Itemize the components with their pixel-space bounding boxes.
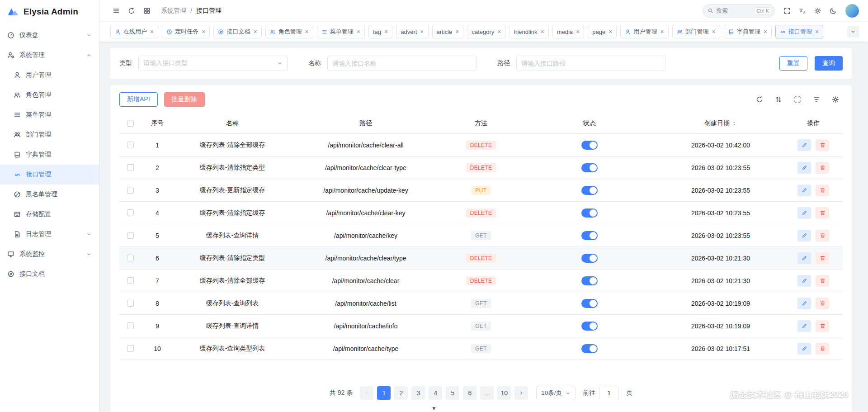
avatar[interactable] (845, 4, 859, 18)
edit-button[interactable] (797, 230, 811, 242)
sidebar-item[interactable]: 接口文档 (0, 264, 99, 284)
prev-page-button[interactable] (360, 386, 373, 400)
tab-item[interactable]: category× (467, 25, 505, 38)
breadcrumb-item[interactable]: 系统管理 (161, 7, 186, 15)
row-checkbox[interactable] (127, 345, 134, 352)
status-toggle[interactable] (581, 141, 598, 150)
close-icon[interactable]: × (305, 28, 309, 35)
tab-item[interactable]: 字典管理× (724, 25, 772, 38)
table-row[interactable]: 6缓存列表-清除指定类型/api/monitor/cache/clear/typ… (119, 247, 843, 270)
apps-button[interactable] (140, 4, 154, 18)
sidebar-item[interactable]: 黑名单管理 (0, 185, 99, 204)
add-api-button[interactable]: 新增API (119, 92, 158, 107)
page-button[interactable]: 6 (463, 386, 476, 400)
table-row[interactable]: 2缓存列表-清除指定类型/api/monitor/cache/clear-typ… (119, 156, 843, 179)
tab-item[interactable]: 菜单管理× (317, 25, 365, 38)
path-input[interactable] (516, 56, 665, 71)
delete-button[interactable] (816, 139, 829, 151)
global-search[interactable]: 搜索 Ctrl K (703, 4, 775, 18)
table-row[interactable]: 5缓存列表-查询详情/api/monitor/cache/keyGET2026-… (119, 224, 843, 247)
column-header[interactable]: 路径 (291, 119, 440, 128)
tab-item[interactable]: 接口文档× (213, 25, 261, 38)
sort-button[interactable] (775, 96, 782, 103)
goto-page-input[interactable] (599, 386, 619, 400)
page-button[interactable]: 5 (446, 386, 459, 400)
close-icon[interactable]: × (712, 28, 716, 35)
page-button[interactable]: 10 (497, 386, 511, 400)
edit-button[interactable] (797, 207, 811, 219)
menu-button[interactable] (109, 4, 123, 18)
more-pages-button[interactable]: … (480, 386, 494, 400)
sidebar-item[interactable]: 菜单管理 (0, 105, 99, 125)
delete-button[interactable] (816, 207, 829, 219)
page-button[interactable]: 1 (377, 386, 391, 400)
table-row[interactable]: 4缓存列表-清除指定缓存/api/monitor/cache/clear-key… (119, 202, 843, 224)
close-icon[interactable]: × (357, 28, 360, 35)
status-toggle[interactable] (581, 344, 598, 353)
status-toggle[interactable] (581, 254, 598, 263)
tab-item[interactable]: 角色管理× (265, 25, 313, 38)
row-checkbox[interactable] (127, 232, 134, 239)
tab-item[interactable]: advert× (396, 25, 428, 38)
column-header[interactable]: 创建日期 (657, 119, 784, 128)
table-row[interactable]: 3缓存列表-更新指定缓存/api/monitor/cache/update-ke… (119, 179, 843, 202)
tab-item[interactable]: media× (552, 25, 585, 38)
row-checkbox[interactable] (127, 164, 134, 171)
close-icon[interactable]: × (609, 28, 612, 35)
select-all-checkbox[interactable] (127, 120, 134, 127)
type-select[interactable]: 请输入接口类型 (138, 56, 288, 71)
close-icon[interactable]: × (576, 28, 580, 35)
close-icon[interactable]: × (541, 28, 544, 35)
refresh-button[interactable] (125, 4, 138, 18)
delete-button[interactable] (816, 275, 829, 287)
close-icon[interactable]: × (455, 28, 459, 35)
column-header[interactable]: 状态 (522, 119, 657, 128)
row-checkbox[interactable] (127, 277, 134, 284)
delete-button[interactable] (816, 252, 829, 264)
reset-button[interactable]: 重置 (779, 56, 807, 71)
fullscreen-button[interactable] (794, 96, 801, 103)
edit-button[interactable] (797, 252, 811, 264)
tab-item[interactable]: 部门管理× (672, 25, 720, 38)
delete-button[interactable] (816, 185, 829, 196)
page-button[interactable]: 2 (394, 386, 408, 400)
close-icon[interactable]: × (384, 28, 388, 35)
edit-button[interactable] (797, 162, 811, 174)
close-icon[interactable]: × (660, 28, 664, 35)
row-checkbox[interactable] (127, 187, 134, 194)
tabs-overflow-button[interactable] (847, 26, 859, 38)
status-toggle[interactable] (581, 208, 598, 218)
delete-button[interactable] (816, 298, 829, 309)
close-icon[interactable]: × (150, 28, 154, 35)
batch-delete-button[interactable]: 批量删除 (164, 92, 205, 107)
close-icon[interactable]: × (815, 28, 819, 35)
close-icon[interactable]: × (764, 28, 767, 35)
table-row[interactable]: 10缓存列表-查询类型列表/api/monitor/cache/typeGET2… (119, 337, 843, 360)
sidebar-item[interactable]: 字典管理 (0, 145, 99, 165)
sidebar-item[interactable]: 部门管理 (0, 125, 99, 145)
sort-icon[interactable] (731, 121, 737, 126)
status-toggle[interactable] (581, 231, 598, 240)
sidebar-item[interactable]: 系统管理 (0, 45, 99, 65)
name-input[interactable] (327, 56, 476, 71)
translate-button[interactable]: 文A (796, 4, 809, 18)
query-button[interactable]: 查询 (815, 56, 843, 71)
close-icon[interactable]: × (253, 28, 257, 35)
sidebar-item[interactable]: 角色管理 (0, 85, 99, 105)
column-header[interactable]: 方法 (440, 119, 522, 128)
status-toggle[interactable] (581, 322, 598, 331)
delete-button[interactable] (816, 343, 829, 355)
tab-item[interactable]: friendlink× (509, 25, 548, 38)
tab-item[interactable]: tag× (368, 25, 392, 38)
edit-button[interactable] (797, 139, 811, 151)
settings-button[interactable] (811, 4, 825, 18)
fullscreen-button[interactable] (780, 4, 794, 18)
row-checkbox[interactable] (127, 209, 134, 216)
refresh-button[interactable] (756, 96, 763, 103)
status-toggle[interactable] (581, 186, 598, 195)
table-row[interactable]: 1缓存列表-清除全部缓存/api/monitor/cache/clear-all… (119, 134, 843, 156)
page-size-select[interactable]: 10条/页 (536, 386, 576, 400)
sidebar-item[interactable]: API接口管理 (0, 165, 99, 185)
tab-item[interactable]: 在线用户× (110, 25, 158, 38)
page-button[interactable]: 3 (411, 386, 425, 400)
